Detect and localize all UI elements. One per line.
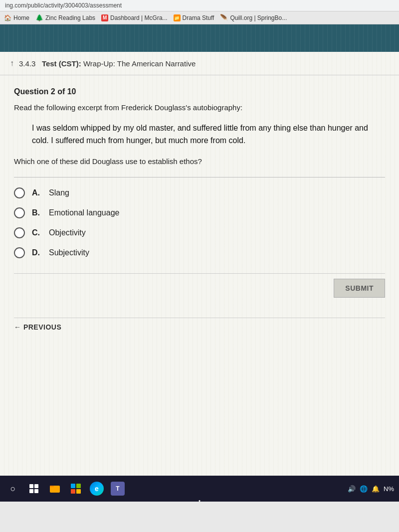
browser-tabs-bar: 🏠 Home 🌲 Zinc Reading Labs M Dashboard |… — [0, 11, 399, 24]
svg-rect-9 — [76, 489, 81, 494]
option-c-text: Objectivity — [49, 228, 86, 237]
tab-zinc-label: Zinc Reading Labs — [45, 14, 95, 21]
site-header — [0, 24, 399, 52]
tab-mcgra-label: Dashboard | McGra... — [110, 14, 168, 21]
tree-icon: 🌲 — [35, 14, 43, 21]
svg-rect-8 — [71, 489, 75, 494]
svg-rect-6 — [71, 484, 75, 488]
taskbar-file-explorer-button[interactable] — [47, 481, 63, 497]
breadcrumb-up-arrow: ↑ — [10, 59, 14, 68]
taskbar-volume-icon[interactable]: 🔊 — [348, 485, 356, 493]
breadcrumb-prefix: 3.4.3 — [19, 59, 35, 68]
option-b-letter: B. — [32, 208, 42, 217]
svg-rect-5 — [50, 486, 54, 487]
previous-button[interactable]: ← PREVIOUS — [14, 323, 61, 331]
svg-rect-7 — [76, 484, 81, 488]
taskbar-time: N% — [384, 485, 394, 493]
url-text: ing.com/public/activity/3004003/assessme… — [5, 2, 122, 9]
taskbar-left: ○ e T — [5, 481, 126, 497]
drama-favicon: 📁 — [174, 14, 181, 21]
taskbar-search-button[interactable]: ○ — [5, 481, 21, 497]
address-bar: ing.com/public/activity/3004003/assessme… — [0, 0, 399, 11]
excerpt-block: I was seldom whipped by my old master, a… — [32, 122, 385, 147]
taskbar: ○ e T — [0, 476, 399, 502]
tab-home-label: Home — [13, 14, 29, 21]
question-prompt: Read the following excerpt from Frederic… — [14, 102, 385, 114]
breadcrumb-rest: Wrap-Up: The American Narrative — [81, 59, 196, 68]
home-icon: 🏠 — [4, 14, 11, 21]
question-subprompt: Which one of these did Douglass use to e… — [14, 156, 385, 168]
taskbar-widgets-button[interactable] — [26, 481, 42, 497]
option-c[interactable]: C. Objectivity — [14, 227, 385, 238]
taskbar-edge-button[interactable]: e — [89, 481, 105, 497]
submit-button[interactable]: SUBMIT — [334, 279, 385, 298]
question-number: Question 2 of 10 — [14, 87, 385, 96]
option-d-letter: D. — [32, 248, 42, 257]
taskbar-right: 🔊 🌐 🔔 N% — [348, 485, 394, 493]
option-d[interactable]: D. Subjectivity — [14, 247, 385, 258]
svg-rect-2 — [29, 489, 33, 493]
main-content: ↑ 3.4.3 Test (CST): Wrap-Up: The America… — [0, 52, 399, 476]
tab-drama-label: Drama Stuff — [183, 14, 214, 21]
option-a-letter: A. — [32, 188, 42, 197]
option-c-letter: C. — [32, 228, 42, 237]
tab-zinc[interactable]: 🌲 Zinc Reading Labs — [35, 14, 95, 21]
taskbar-notification-icon[interactable]: 🔔 — [372, 485, 380, 493]
divider — [14, 177, 385, 177]
option-b[interactable]: B. Emotional language — [14, 207, 385, 218]
svg-rect-1 — [34, 484, 38, 488]
breadcrumb-text: 3.4.3 Test (CST): Wrap-Up: The American … — [19, 59, 196, 68]
svg-rect-3 — [34, 489, 38, 493]
radio-c[interactable] — [14, 227, 25, 238]
breadcrumb-bold: Test (CST): — [42, 59, 81, 68]
teams-icon: T — [111, 482, 125, 496]
option-d-text: Subjectivity — [49, 248, 89, 257]
quill-favicon: 🪶 — [220, 14, 228, 21]
question-container: Question 2 of 10 Read the following exce… — [0, 75, 399, 351]
radio-b[interactable] — [14, 207, 25, 218]
radio-a[interactable] — [14, 187, 25, 198]
options-list: A. Slang B. Emotional language C. Object… — [14, 187, 385, 258]
taskbar-teams-button[interactable]: T — [110, 481, 126, 497]
m-favicon: M — [101, 14, 108, 21]
navigation-area: ← PREVIOUS — [14, 318, 385, 341]
tab-quill-label: Quill.org | SpringBo... — [230, 14, 287, 21]
breadcrumb: ↑ 3.4.3 Test (CST): Wrap-Up: The America… — [0, 52, 399, 75]
tab-quill[interactable]: 🪶 Quill.org | SpringBo... — [220, 14, 287, 21]
taskbar-center-indicator — [199, 500, 200, 502]
taskbar-start-button[interactable] — [68, 481, 84, 497]
option-a[interactable]: A. Slang — [14, 187, 385, 198]
radio-d[interactable] — [14, 247, 25, 258]
option-b-text: Emotional language — [49, 208, 119, 217]
tab-home[interactable]: 🏠 Home — [4, 14, 29, 21]
tab-drama[interactable]: 📁 Drama Stuff — [174, 14, 214, 21]
tab-mcgra[interactable]: M Dashboard | McGra... — [101, 14, 168, 21]
taskbar-network-icon[interactable]: 🌐 — [360, 485, 368, 493]
submit-area: SUBMIT — [14, 273, 385, 308]
option-a-text: Slang — [49, 188, 69, 197]
svg-rect-0 — [29, 484, 33, 488]
edge-icon: e — [90, 482, 104, 496]
